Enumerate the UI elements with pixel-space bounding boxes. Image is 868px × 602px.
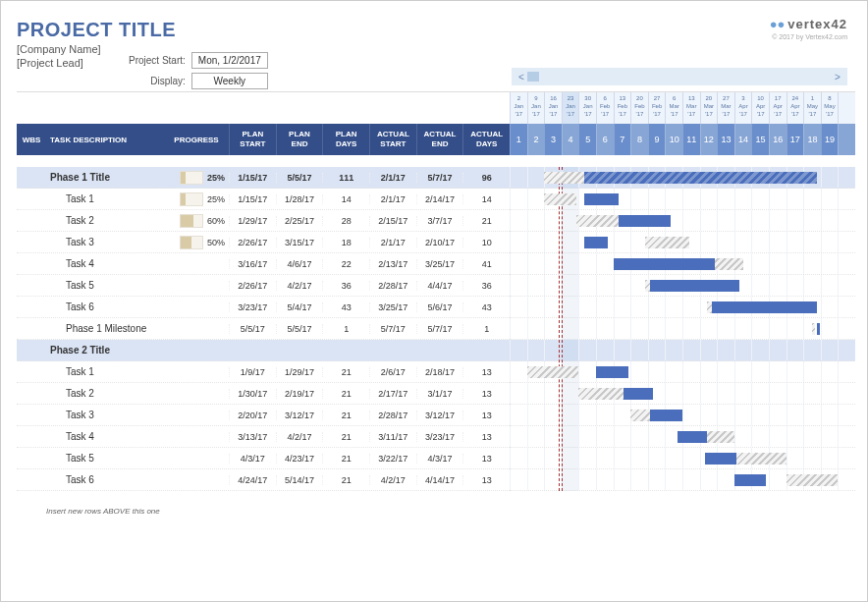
- task-name[interactable]: Task 4: [46, 258, 164, 269]
- plan-bar: [527, 366, 579, 378]
- actual-bar: [650, 410, 682, 421]
- scroll-thumb[interactable]: [527, 72, 539, 82]
- timeline-week-cell: 10: [665, 124, 682, 155]
- gantt-chart-pane: 2Jan'179Jan'1716Jan'1723Jan'1730Jan'176F…: [510, 91, 855, 589]
- task-row[interactable]: Phase 2 Title: [17, 340, 510, 361]
- timeline-week-cell: 19: [821, 124, 839, 155]
- timeline-date-cell: [838, 92, 855, 124]
- actual-bar: [619, 215, 671, 227]
- timeline-date-cell: 13Mar'17: [682, 92, 700, 124]
- scroll-right-icon[interactable]: >: [832, 72, 843, 82]
- task-row[interactable]: Task 260%1/29/172/25/17282/15/173/7/1721: [17, 210, 510, 232]
- copyright: © 2017 by Vertex42.com: [770, 33, 847, 40]
- task-name[interactable]: Phase 1 Milestone: [46, 323, 164, 334]
- col-actual-start: ACTUALSTART: [369, 124, 416, 155]
- task-row[interactable]: Task 125%1/15/171/28/17142/1/172/14/1714: [17, 189, 510, 210]
- actual-bar: [734, 474, 767, 486]
- timeline-date-cell: 30Jan'17: [578, 92, 596, 124]
- scroll-track[interactable]: [527, 72, 832, 82]
- timeline-date-cell: 1May'17: [803, 92, 821, 124]
- workspace: WBS TASK DESCRIPTION PROGRESS PLANSTART …: [17, 91, 855, 589]
- task-row[interactable]: Phase 1 Title25%1/15/175/5/171112/1/175/…: [17, 167, 510, 189]
- timeline-week-cell: 5: [578, 124, 596, 155]
- actual-bar: [584, 193, 619, 205]
- progress-cell[interactable]: 25%: [164, 192, 229, 206]
- timeline-week-cell: 7: [614, 124, 631, 155]
- timeline-date-cell: 13Feb'17: [614, 92, 631, 124]
- task-row[interactable]: Task 63/23/175/4/17433/25/175/6/1743: [17, 297, 510, 318]
- task-name[interactable]: Task 1: [46, 193, 164, 204]
- actual-bar: [596, 366, 628, 378]
- timeline-week-cell: 18: [803, 124, 821, 155]
- task-row[interactable]: Task 43/13/174/2/17213/11/173/23/1713: [17, 426, 510, 448]
- progress-bar-icon: [180, 214, 203, 228]
- timeline-week-cell: 4: [562, 124, 579, 155]
- timeline-week-cell: 6: [596, 124, 614, 155]
- progress-cell[interactable]: 25%: [164, 171, 229, 185]
- task-row[interactable]: Task 52/26/174/2/17362/28/174/4/1736: [17, 275, 510, 297]
- task-name[interactable]: Task 3: [46, 237, 164, 247]
- task-name[interactable]: Task 3: [46, 410, 164, 420]
- timeline-date-cell: 2Jan'17: [510, 92, 527, 124]
- timeline-scrollbar[interactable]: < >: [512, 68, 847, 85]
- timeline-week-cell: 1: [510, 124, 527, 155]
- task-row[interactable]: Task 64/24/175/14/17214/2/174/14/1713: [17, 469, 510, 491]
- timeline-date-cell: 24Apr'17: [787, 92, 804, 124]
- timeline-date-cell: 23Jan'17: [562, 92, 579, 124]
- task-row[interactable]: Task 54/3/174/23/17213/22/174/3/1713: [17, 448, 510, 469]
- col-plan-end: PLANEND: [276, 124, 323, 155]
- task-name[interactable]: Task 4: [46, 431, 164, 442]
- col-wbs: WBS: [17, 124, 46, 155]
- progress-cell[interactable]: 60%: [164, 214, 229, 228]
- timeline-week-cell: 11: [682, 124, 700, 155]
- task-row[interactable]: Task 350%2/26/173/15/17182/1/172/10/1710: [17, 232, 510, 253]
- progress-bar-icon: [180, 192, 203, 206]
- timeline-week-cell: 9: [648, 124, 666, 155]
- actual-bar: [614, 258, 715, 270]
- timeline-week-cell: 14: [734, 124, 752, 155]
- task-row[interactable]: Task 11/9/171/29/17212/6/172/18/1713: [17, 361, 510, 383]
- col-plan-start: PLANSTART: [229, 124, 276, 155]
- task-name[interactable]: Task 6: [46, 474, 164, 485]
- actual-bar: [624, 388, 653, 400]
- task-name[interactable]: Phase 2 Title: [46, 345, 164, 356]
- task-row[interactable]: Task 32/20/173/12/17212/28/173/12/1713: [17, 405, 510, 426]
- actual-bar: [650, 280, 739, 292]
- task-name[interactable]: Task 6: [46, 301, 164, 312]
- task-name[interactable]: Task 5: [46, 280, 164, 291]
- project-start-value[interactable]: Mon, 1/2/2017: [191, 52, 268, 69]
- column-headers: WBS TASK DESCRIPTION PROGRESS PLANSTART …: [17, 124, 510, 155]
- timeline-dates: 2Jan'179Jan'1716Jan'1723Jan'1730Jan'176F…: [510, 92, 855, 124]
- task-name[interactable]: Phase 1 Title: [46, 172, 164, 183]
- task-name[interactable]: Task 5: [46, 453, 164, 464]
- timeline-date-cell: 8May'17: [821, 92, 839, 124]
- logo-dots-icon: ●●: [770, 17, 786, 31]
- task-name[interactable]: Task 2: [46, 215, 164, 226]
- task-name[interactable]: Task 1: [46, 366, 164, 377]
- display-label: Display:: [129, 76, 186, 86]
- col-desc: TASK DESCRIPTION: [46, 124, 164, 155]
- display-value[interactable]: Weekly: [191, 73, 268, 89]
- timeline-date-cell: 16Jan'17: [544, 92, 562, 124]
- timeline-date-cell: 20Feb'17: [630, 92, 648, 124]
- logo-suffix: 42: [832, 17, 847, 31]
- footer-note: Insert new rows ABOVE this one: [17, 503, 510, 516]
- col-actual-days: ACTUALDAYS: [462, 124, 510, 155]
- progress-cell[interactable]: 50%: [164, 236, 229, 249]
- col-plan-days: PLANDAYS: [322, 124, 369, 155]
- task-row[interactable]: Task 43/16/174/6/17222/13/173/25/1741: [17, 253, 510, 275]
- timeline-week-cell: 8: [630, 124, 648, 155]
- timeline-date-cell: 27Mar'17: [717, 92, 734, 124]
- timeline-date-cell: 9Jan'17: [527, 92, 545, 124]
- actual-bar: [705, 453, 737, 465]
- task-row[interactable]: Phase 1 Milestone5/5/175/5/1715/7/175/7/…: [17, 318, 510, 340]
- task-name[interactable]: Task 2: [46, 388, 164, 399]
- logo: ●● vertex42: [770, 17, 847, 31]
- task-row[interactable]: Task 21/30/172/19/17212/17/173/1/1713: [17, 383, 510, 405]
- progress-bar-icon: [180, 171, 203, 185]
- plan-bar: [812, 323, 815, 335]
- timeline-week-cell: 15: [751, 124, 769, 155]
- task-list-pane: WBS TASK DESCRIPTION PROGRESS PLANSTART …: [17, 91, 510, 589]
- scroll-left-icon[interactable]: <: [515, 72, 527, 82]
- actual-bar: [584, 237, 609, 248]
